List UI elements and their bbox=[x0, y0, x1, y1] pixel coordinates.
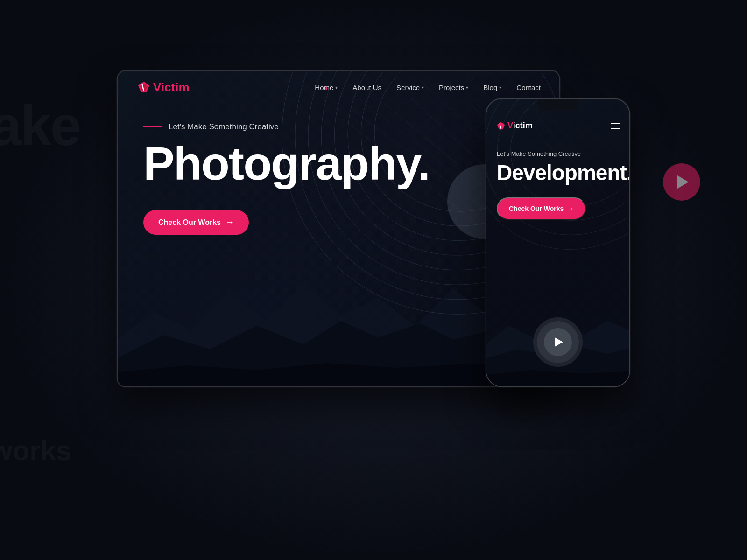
projects-chevron: ▾ bbox=[466, 85, 468, 90]
hamburger-line-3 bbox=[611, 128, 620, 129]
mobile-play-container[interactable] bbox=[537, 321, 579, 363]
service-chevron: ▾ bbox=[422, 85, 424, 90]
mobile-cta-button[interactable]: Check Our Works → bbox=[497, 197, 586, 220]
mobile-subtitle: Let's Make Something Creative bbox=[497, 150, 619, 157]
blog-chevron: ▾ bbox=[499, 85, 501, 90]
mobile-navbar: Victim bbox=[486, 113, 629, 139]
tablet-logo[interactable]: Victim bbox=[136, 80, 190, 95]
nav-item-contact[interactable]: Contact bbox=[516, 84, 541, 91]
tablet-cta-label: Check Our Works bbox=[158, 218, 221, 227]
logo-name: Victim bbox=[153, 80, 190, 95]
devices-container: Victim Home ▾ About Us bbox=[117, 70, 630, 490]
mobile-title: Development. bbox=[497, 162, 619, 183]
hero-title: Photography. bbox=[143, 140, 430, 187]
mobile-play-outer bbox=[537, 321, 579, 363]
nav-link-blog[interactable]: Blog ▾ bbox=[483, 84, 501, 91]
play-triangle-icon bbox=[555, 337, 563, 347]
mobile-play-inner[interactable] bbox=[544, 328, 572, 356]
mobile-cta-label: Check Our Works bbox=[509, 205, 564, 212]
bg-play-button bbox=[663, 163, 700, 201]
hamburger-menu[interactable] bbox=[611, 123, 620, 129]
mobile-inner: Victim Let's Make Something Creative Dev… bbox=[486, 99, 629, 386]
bg-text-make: ake bbox=[0, 93, 80, 158]
cta-arrow-icon: → bbox=[226, 217, 234, 227]
hamburger-line-1 bbox=[611, 123, 620, 124]
nav-link-contact[interactable]: Contact bbox=[516, 84, 541, 91]
hamburger-line-2 bbox=[611, 126, 620, 126]
logo-icon bbox=[136, 80, 151, 95]
bg-text-works: works bbox=[0, 434, 71, 467]
mobile-cta-arrow: → bbox=[567, 205, 574, 212]
nav-item-about[interactable]: About Us bbox=[352, 84, 381, 91]
mobile-mockup: Victim Let's Make Something Creative Dev… bbox=[486, 98, 630, 387]
mobile-logo[interactable]: Victim bbox=[496, 121, 533, 131]
nav-link-service[interactable]: Service ▾ bbox=[396, 84, 424, 91]
mobile-logo-icon bbox=[496, 121, 506, 131]
nav-link-about[interactable]: About Us bbox=[352, 84, 381, 91]
nav-item-blog[interactable]: Blog ▾ bbox=[483, 84, 501, 91]
hero-line-decoration bbox=[143, 126, 162, 127]
hero-subtitle-text: Let's Make Something Creative bbox=[169, 122, 279, 132]
mobile-logo-name: Victim bbox=[507, 121, 533, 131]
nav-link-projects[interactable]: Projects ▾ bbox=[439, 84, 468, 91]
nav-item-service[interactable]: Service ▾ bbox=[396, 84, 424, 91]
mobile-hero: Let's Make Something Creative Developmen… bbox=[497, 150, 619, 220]
hero-subtitle-container: Let's Make Something Creative bbox=[143, 122, 430, 132]
nav-item-projects[interactable]: Projects ▾ bbox=[439, 84, 468, 91]
nav-item-home[interactable]: Home ▾ bbox=[315, 84, 338, 91]
tablet-hero: Let's Make Something Creative Photograph… bbox=[143, 122, 430, 235]
nav-links: Home ▾ About Us Service ▾ bbox=[315, 84, 541, 91]
tablet-cta-button[interactable]: Check Our Works → bbox=[143, 210, 249, 235]
nav-active-dot bbox=[325, 87, 327, 90]
home-chevron: ▾ bbox=[335, 85, 338, 90]
mobile-notch bbox=[537, 99, 579, 111]
